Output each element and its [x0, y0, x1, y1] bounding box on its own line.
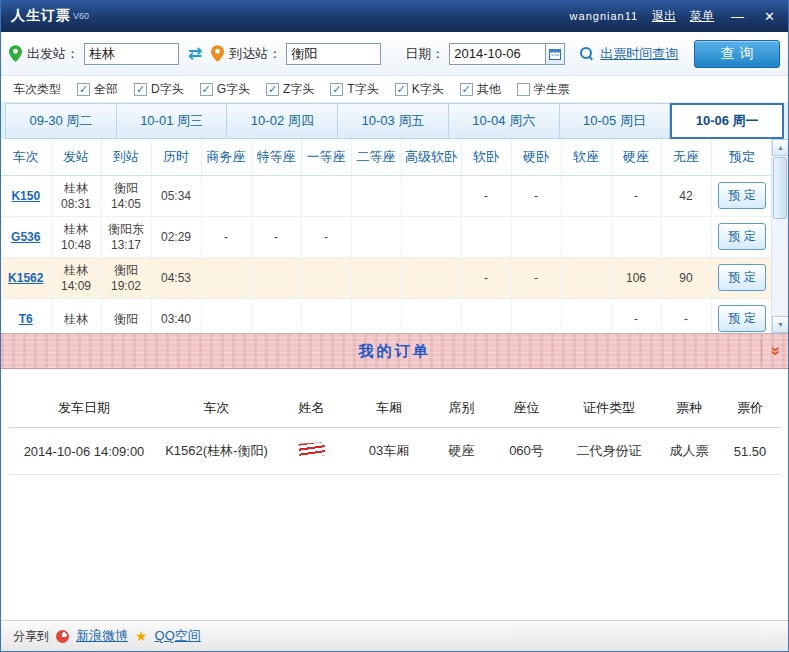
seat-cell-硬卧: -: [511, 175, 561, 216]
column-header-二等座: 二等座: [351, 139, 401, 175]
from-cell: 桂林10:48: [51, 216, 101, 257]
seat-cell-无座: 42: [661, 175, 711, 216]
train-row-K150: K150桂林08:31衡阳14:0505:34---42预 定: [1, 175, 773, 216]
search-bar: 出发站： ⇄ 到达站： 日期： 出票时间查询 查询: [1, 32, 788, 76]
train-link-T6[interactable]: T6: [19, 312, 33, 326]
seat-cell-特等座: -: [251, 216, 301, 257]
app-title: 人生订票: [11, 7, 71, 25]
calendar-icon[interactable]: [545, 43, 565, 65]
from-cell: 桂林: [51, 298, 101, 333]
book-button-K1562[interactable]: 预 定: [718, 264, 765, 291]
filter-option-T字头[interactable]: ✓T字头: [330, 81, 378, 98]
book-button-K150[interactable]: 预 定: [718, 182, 765, 209]
scroll-up-icon[interactable]: ▲: [772, 139, 788, 156]
checkbox-icon[interactable]: ✓: [200, 83, 213, 96]
seat-cell-硬卧: [511, 216, 561, 257]
my-orders-title: 我的订单: [359, 342, 431, 361]
seat-cell-无座: -: [661, 298, 711, 333]
titlebar-controls: wangnian11 退出 菜单 — ✕: [570, 8, 778, 25]
seat-cell-软座: [561, 216, 611, 257]
seat-cell-二等座: [351, 257, 401, 298]
swap-stations-icon[interactable]: ⇄: [184, 43, 206, 64]
from-cell: 桂林14:09: [51, 257, 101, 298]
train-link-K150[interactable]: K150: [11, 189, 40, 203]
filter-option-G字头[interactable]: ✓G字头: [200, 81, 250, 98]
checkbox-icon[interactable]: ✓: [134, 83, 147, 96]
ticket-time-query-link[interactable]: 出票时间查询: [600, 45, 678, 63]
filter-option-label: 学生票: [534, 81, 570, 98]
date-tab-10-01[interactable]: 10-01 周三: [117, 103, 228, 139]
seat-cell-高级软卧: [401, 257, 461, 298]
minimize-button[interactable]: —: [728, 9, 747, 24]
column-header-一等座: 一等座: [301, 139, 351, 175]
book-cell: 预 定: [711, 175, 773, 216]
checkbox-icon[interactable]: ✓: [77, 83, 90, 96]
date-tab-10-06[interactable]: 10-06 周一: [670, 103, 784, 139]
book-button-T6[interactable]: 预 定: [718, 305, 765, 332]
column-header-高级软卧: 高级软卧: [401, 139, 461, 175]
menu-link[interactable]: 菜单: [690, 8, 714, 25]
username-label: wangnian11: [570, 10, 639, 22]
checkbox-icon[interactable]: [517, 83, 530, 96]
date-tab-10-02[interactable]: 10-02 周四: [227, 103, 338, 139]
duration-cell: 02:29: [151, 216, 201, 257]
to-station: 衡阳: [102, 262, 151, 278]
logout-link[interactable]: 退出: [652, 8, 676, 25]
seat-cell-硬卧: [511, 298, 561, 333]
filter-option-D字头[interactable]: ✓D字头: [134, 81, 184, 98]
orders-table-header: 发车日期车次姓名车厢席别座位证件类型票种票价: [9, 391, 781, 428]
duration-cell: 04:53: [151, 257, 201, 298]
departure-input[interactable]: [84, 43, 179, 65]
seat-cell-硬座: -: [611, 175, 661, 216]
filter-option-其他[interactable]: ✓其他: [460, 81, 501, 98]
checkbox-icon[interactable]: ✓: [330, 83, 343, 96]
date-tab-10-03[interactable]: 10-03 周五: [338, 103, 449, 139]
date-tab-10-05[interactable]: 10-05 周日: [560, 103, 671, 139]
filter-option-K字头[interactable]: ✓K字头: [395, 81, 444, 98]
train-type-filters: 车次类型 ✓全部✓D字头✓G字头✓Z字头✓T字头✓K字头✓其他学生票: [1, 76, 788, 103]
from-time: 14:09: [52, 278, 101, 294]
order-column-票价: 票价: [719, 391, 781, 428]
seat-cell-高级软卧: [401, 216, 461, 257]
checkbox-icon[interactable]: ✓: [266, 83, 279, 96]
share-qzone-link[interactable]: QQ空间: [155, 627, 201, 645]
checkbox-icon[interactable]: ✓: [395, 83, 408, 96]
order-column-证件类型: 证件类型: [559, 391, 659, 428]
filter-option-label: 全部: [94, 81, 118, 98]
book-button-G536[interactable]: 预 定: [718, 223, 765, 250]
date-tab-09-30[interactable]: 09-30 周二: [5, 103, 117, 139]
share-weibo-link[interactable]: 新浪微博: [76, 627, 128, 645]
seat-cell-特等座: [251, 175, 301, 216]
seat-cell-软座: [561, 175, 611, 216]
order-id-type: 二代身份证: [559, 428, 659, 475]
train-link-K1562[interactable]: K1562: [8, 271, 43, 285]
to-time: 14:05: [102, 196, 151, 212]
scrollbar-thumb[interactable]: [773, 157, 787, 219]
order-row: 2014-10-06 14:09:00K1562(桂林-衡阳)03车厢硬座060…: [9, 428, 781, 475]
from-station: 桂林: [52, 311, 101, 327]
order-ticket-type: 成人票: [659, 428, 719, 475]
filter-option-Z字头[interactable]: ✓Z字头: [266, 81, 314, 98]
train-link-G536[interactable]: G536: [11, 230, 40, 244]
filter-option-全部[interactable]: ✓全部: [77, 81, 118, 98]
scroll-down-icon[interactable]: ▼: [772, 316, 788, 333]
query-button[interactable]: 查询: [694, 40, 780, 68]
arrival-input[interactable]: [286, 43, 381, 65]
close-button[interactable]: ✕: [761, 9, 778, 24]
column-header-无座: 无座: [661, 139, 711, 175]
seat-cell-二等座: [351, 216, 401, 257]
seat-cell-软卧: -: [461, 175, 511, 216]
arrival-pin-icon: [211, 45, 224, 62]
filter-option-学生票[interactable]: 学生票: [517, 81, 570, 98]
order-name-cell: [274, 428, 349, 475]
date-input[interactable]: [449, 43, 545, 65]
checkbox-icon[interactable]: ✓: [460, 83, 473, 96]
to-cell: 衡阳14:05: [101, 175, 151, 216]
from-station: 桂林: [52, 180, 101, 196]
expand-orders-button[interactable]: »: [761, 340, 780, 362]
filter-option-label: Z字头: [283, 81, 314, 98]
from-station: 桂林: [52, 262, 101, 278]
scrollbar[interactable]: ▲ ▼: [771, 139, 788, 333]
date-tab-10-04[interactable]: 10-04 周六: [449, 103, 560, 139]
seat-cell-商务座: [201, 257, 251, 298]
